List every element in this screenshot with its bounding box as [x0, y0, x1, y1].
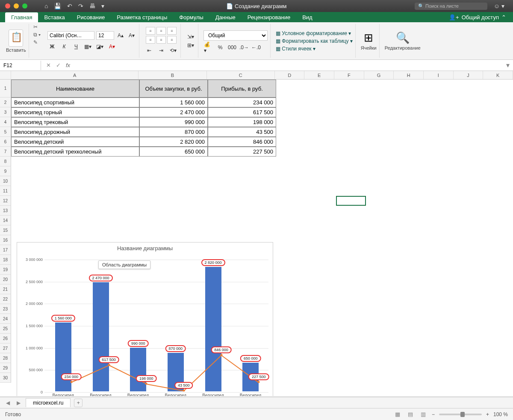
sheet-tab-1[interactable]: microexcel.ru [26, 398, 71, 407]
bold-button[interactable]: Ж [47, 42, 57, 51]
row-header-8[interactable]: 8 [0, 157, 11, 166]
increase-indent[interactable]: ⇥ [156, 46, 166, 55]
table-cell[interactable]: 43 500 [208, 127, 276, 137]
bar[interactable] [205, 267, 221, 391]
table-cell[interactable]: 870 000 [139, 127, 208, 137]
col-header-G[interactable]: G [364, 71, 394, 79]
conditional-formatting[interactable]: ▦ Условное форматирование ▾ [276, 30, 351, 36]
line-point[interactable] [220, 354, 222, 356]
table-cell[interactable]: 234 000 [208, 98, 276, 107]
row-header-1[interactable]: 1 [0, 80, 11, 98]
find-icon[interactable]: 🔍 [396, 31, 410, 44]
align-left[interactable]: ≡ [146, 36, 155, 44]
font-color-button[interactable]: A▾ [107, 42, 117, 51]
table-header[interactable]: Прибыль, в руб. [208, 80, 276, 98]
line-point[interactable] [183, 389, 185, 391]
row-header-14[interactable]: 14 [0, 216, 11, 225]
copy-icon[interactable]: ⧉ ▾ [33, 32, 41, 38]
tab-home[interactable]: Главная [5, 12, 38, 22]
decrease-indent[interactable]: ⇤ [144, 46, 154, 55]
row-header-23[interactable]: 23 [0, 304, 11, 314]
bar[interactable] [93, 282, 109, 391]
row-header-11[interactable]: 11 [0, 186, 11, 196]
row-header-20[interactable]: 20 [0, 275, 11, 284]
line-point[interactable] [145, 382, 147, 385]
row-header-16[interactable]: 16 [0, 235, 11, 245]
decrease-font-icon[interactable]: A▾ [127, 31, 136, 40]
align-bottom[interactable]: ≡ [167, 27, 177, 35]
row-header-5[interactable]: 5 [0, 127, 11, 137]
row-header-26[interactable]: 26 [0, 334, 11, 343]
col-header-D[interactable]: D [275, 71, 305, 79]
table-cell[interactable]: Велосипед детский трехколесный [11, 147, 139, 157]
percent-button[interactable]: % [215, 43, 225, 52]
row-header-17[interactable]: 17 [0, 245, 11, 255]
select-all-corner[interactable] [0, 71, 11, 79]
increase-font-icon[interactable]: A▴ [116, 31, 125, 40]
col-header-F[interactable]: F [334, 71, 364, 79]
save-icon[interactable]: 💾 [54, 3, 61, 9]
view-normal-icon[interactable]: ▦ [393, 411, 402, 417]
table-cell[interactable]: 846 000 [208, 137, 276, 147]
row-header-7[interactable]: 7 [0, 147, 11, 157]
row-header-2[interactable]: 2 [0, 98, 11, 107]
table-cell[interactable]: 990 000 [139, 117, 208, 127]
enter-icon[interactable]: ✓ [56, 62, 61, 68]
row-header-24[interactable]: 24 [0, 314, 11, 324]
table-cell[interactable]: 617 500 [208, 107, 276, 117]
font-name-select[interactable] [47, 31, 94, 40]
minimize-window[interactable] [14, 3, 19, 9]
col-header-C[interactable]: C [207, 71, 275, 79]
bar[interactable] [55, 322, 71, 391]
font-size-select[interactable] [96, 31, 114, 40]
orientation-button[interactable]: ⟲▾ [168, 46, 178, 55]
table-cell[interactable]: 2 470 000 [139, 107, 208, 117]
align-center[interactable]: ≡ [156, 36, 166, 44]
table-cell[interactable]: 650 000 [139, 147, 208, 157]
currency-button[interactable]: 💰▾ [203, 43, 213, 52]
col-header-E[interactable]: E [304, 71, 334, 79]
line-point[interactable] [108, 364, 110, 366]
row-header-9[interactable]: 9 [0, 166, 11, 176]
zoom-slider[interactable] [439, 414, 482, 415]
bar[interactable] [130, 348, 146, 391]
undo-icon[interactable]: ↶ [67, 3, 72, 9]
merge-cells[interactable]: ⊞▾ [186, 41, 195, 50]
row-header-18[interactable]: 18 [0, 255, 11, 265]
tab-draw[interactable]: Рисование [71, 12, 111, 22]
fill-color-button[interactable]: ◪▾ [95, 42, 105, 51]
border-button[interactable]: ▦▾ [83, 42, 93, 51]
align-top[interactable]: ≡ [146, 27, 155, 35]
table-cell[interactable]: Велосипед детский [11, 137, 139, 147]
selected-cell[interactable] [336, 196, 366, 206]
expand-formula-bar[interactable]: ▾ [503, 61, 513, 69]
view-page-layout-icon[interactable]: ▤ [406, 411, 415, 417]
format-painter-icon[interactable]: ✎ [33, 39, 41, 45]
tab-data[interactable]: Данные [209, 12, 242, 22]
line-point[interactable] [258, 381, 260, 383]
sheet-search[interactable]: 🔍 Поиск на листе [415, 3, 487, 10]
underline-button[interactable]: Ч [71, 42, 81, 51]
table-cell[interactable]: 198 000 [208, 117, 276, 127]
name-box[interactable]: F12 [0, 61, 41, 70]
italic-button[interactable]: К [59, 42, 69, 51]
tab-review[interactable]: Рецензирование [242, 12, 296, 22]
cut-icon[interactable]: ✂︎ [33, 24, 41, 30]
zoom-level[interactable]: 100 % [493, 411, 508, 417]
row-header-19[interactable]: 19 [0, 265, 11, 275]
add-sheet-button[interactable]: + [74, 399, 83, 407]
increase-decimal[interactable]: .0→ [239, 43, 249, 52]
chart-title[interactable]: Название диаграммы [17, 243, 273, 254]
paste-button[interactable] [9, 30, 23, 47]
table-header[interactable]: Наименование [11, 80, 139, 98]
row-header-4[interactable]: 4 [0, 117, 11, 127]
row-header-21[interactable]: 21 [0, 284, 11, 294]
row-header-25[interactable]: 25 [0, 324, 11, 334]
col-header-H[interactable]: H [394, 71, 424, 79]
zoom-in[interactable]: + [486, 411, 489, 417]
redo-icon[interactable]: ↷ [78, 3, 83, 9]
table-cell[interactable]: Велосипед дорожный [11, 127, 139, 137]
table-header[interactable]: Объем закупки, в руб. [139, 80, 208, 98]
line-point[interactable] [70, 381, 72, 383]
table-cell[interactable]: 1 560 000 [139, 98, 208, 107]
